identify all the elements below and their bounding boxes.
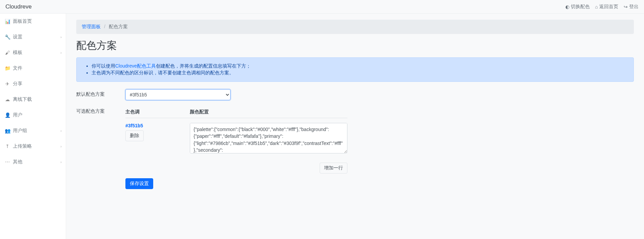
upload-icon: ⤒ <box>5 144 10 149</box>
back-home-link[interactable]: ⌂ 返回首页 <box>595 4 618 10</box>
default-scheme-select[interactable]: #3f51b5 <box>125 89 230 100</box>
scheme-table-head: 主色调 颜色配置 <box>125 106 347 118</box>
col-config-header: 颜色配置 <box>190 109 347 115</box>
chevron-right-icon: › <box>60 51 62 55</box>
scheme-table: 主色调 颜色配置 #3f51b5删除 <box>125 106 347 154</box>
sidebar-item-label: 文件 <box>13 65 22 71</box>
toggle-theme-label: 切换配色 <box>571 4 590 10</box>
home-icon: ⌂ <box>595 4 598 10</box>
users-icon: 👥 <box>5 128 10 133</box>
sidebar-item-label: 分享 <box>13 81 22 87</box>
sidebar-item-label: 模板 <box>13 50 22 56</box>
topbar-right: ◐ 切换配色 ⌂ 返回首页 ↪ 登出 <box>565 4 639 10</box>
folder-icon: 📁 <box>5 66 10 71</box>
sidebar-item-1[interactable]: 🔧设置› <box>0 29 66 45</box>
toggle-theme-link[interactable]: ◐ 切换配色 <box>565 4 590 10</box>
sidebar-item-label: 设置 <box>13 34 22 40</box>
brush-icon: 🖌 <box>5 50 10 55</box>
wrench-icon: 🔧 <box>5 34 10 40</box>
user-icon: 👤 <box>5 112 10 118</box>
save-settings-button[interactable]: 保存设置 <box>125 178 153 189</box>
optional-scheme-row: 可选配色方案 主色调 颜色配置 #3f51b5删除 增加一行 保存设置 <box>76 106 347 189</box>
default-scheme-label: 默认配色方案 <box>76 89 125 100</box>
alert-line-2: 主色调为不同配色的区分标识，请不要创建主色调相同的配色方案。 <box>92 70 628 76</box>
breadcrumb-sep: / <box>104 24 105 29</box>
breadcrumb-current: 配色方案 <box>109 24 128 29</box>
alert-line-1: 你可以使用Cloudreve配色工具创建配色，并将生成的配置信息填写在下方； <box>92 63 628 69</box>
toggle-icon: ◐ <box>565 4 569 10</box>
sidebar-item-3[interactable]: 📁文件 <box>0 60 66 76</box>
sidebar-item-label: 其他 <box>13 159 22 165</box>
scheme-config-textarea[interactable] <box>190 123 347 153</box>
col-main-header: 主色调 <box>125 109 190 115</box>
breadcrumb-parent[interactable]: 管理面板 <box>82 24 101 29</box>
chevron-right-icon: › <box>60 144 62 148</box>
cloud-down-icon: ☁ <box>5 97 10 102</box>
send-icon: ✈ <box>5 81 10 87</box>
main-content: 管理面板 / 配色方案 配色方案 你可以使用Cloudreve配色工具创建配色，… <box>66 14 644 239</box>
sidebar-item-label: 上传策略 <box>13 143 32 149</box>
sidebar-item-5[interactable]: ☁离线下载 <box>0 92 66 107</box>
logout-link[interactable]: ↪ 登出 <box>624 4 639 10</box>
logout-icon: ↪ <box>624 4 628 10</box>
sidebar-item-label: 用户 <box>13 112 22 118</box>
sidebar-item-7[interactable]: 👥用户组› <box>0 123 66 139</box>
sidebar-item-2[interactable]: 🖌模板› <box>0 45 66 60</box>
sidebar-item-label: 离线下载 <box>13 96 32 103</box>
topbar: Cloudreve ◐ 切换配色 ⌂ 返回首页 ↪ 登出 <box>0 0 644 14</box>
breadcrumb: 管理面板 / 配色方案 <box>76 20 634 34</box>
sidebar: 📊面板首页🔧设置›🖌模板›📁文件✈分享☁离线下载👤用户👥用户组›⤒上传策略›⋯其… <box>0 14 66 239</box>
info-alert: 你可以使用Cloudreve配色工具创建配色，并将生成的配置信息填写在下方； 主… <box>76 57 634 82</box>
chevron-right-icon: › <box>60 129 62 133</box>
dashboard-icon: 📊 <box>5 19 10 24</box>
add-row-button[interactable]: 增加一行 <box>320 163 347 173</box>
chevron-right-icon: › <box>60 35 62 39</box>
sidebar-item-8[interactable]: ⤒上传策略› <box>0 139 66 154</box>
dots-icon: ⋯ <box>5 159 10 165</box>
form-area: 默认配色方案 #3f51b5 可选配色方案 主色调 颜色配置 #3f51b5删除 <box>76 89 347 189</box>
logout-label: 登出 <box>629 4 639 10</box>
sidebar-item-label: 面板首页 <box>13 18 32 24</box>
scheme-row: #3f51b5删除 <box>125 118 347 154</box>
default-scheme-row: 默认配色方案 #3f51b5 <box>76 89 347 100</box>
cloudreve-color-tool-link[interactable]: Cloudreve配色工具 <box>115 63 156 69</box>
back-home-label: 返回首页 <box>599 4 618 10</box>
chevron-right-icon: › <box>60 160 62 164</box>
scheme-main-color: #3f51b5 <box>125 123 190 128</box>
sidebar-item-6[interactable]: 👤用户 <box>0 107 66 123</box>
page-title: 配色方案 <box>76 39 634 53</box>
brand-title: Cloudreve <box>5 3 32 10</box>
sidebar-item-9[interactable]: ⋯其他› <box>0 154 66 170</box>
delete-scheme-button[interactable]: 删除 <box>125 130 144 141</box>
sidebar-item-4[interactable]: ✈分享 <box>0 76 66 92</box>
sidebar-item-0[interactable]: 📊面板首页 <box>0 14 66 29</box>
optional-scheme-label: 可选配色方案 <box>76 106 125 114</box>
sidebar-item-label: 用户组 <box>13 128 27 134</box>
